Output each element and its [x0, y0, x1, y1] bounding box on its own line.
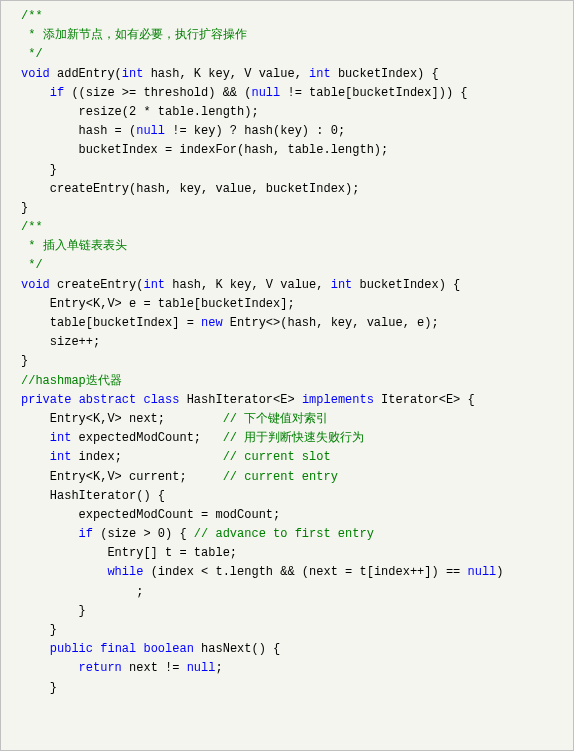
code-text: bucketIndex) { — [331, 67, 439, 81]
code-line: expectedModCount = modCount; — [21, 506, 553, 525]
comment-text: /** — [21, 220, 43, 234]
comment-text: //hashmap迭代器 — [21, 374, 122, 388]
code-line: size++; — [21, 333, 553, 352]
code-line: hash = (null != key) ? hash(key) : 0; — [21, 122, 553, 141]
code-text: hash = ( — [21, 124, 136, 138]
comment-text: */ — [21, 258, 43, 272]
code-text — [21, 527, 79, 541]
code-line: private abstract class HashIterator<E> i… — [21, 391, 553, 410]
code-line: if ((size >= threshold) && (null != tabl… — [21, 84, 553, 103]
keyword: if — [50, 86, 64, 100]
code-text: expectedModCount = modCount; — [21, 508, 280, 522]
code-text: addEntry( — [50, 67, 122, 81]
code-text: expectedModCount; — [71, 431, 222, 445]
code-text: resize( — [21, 105, 129, 119]
keyword: int — [143, 278, 165, 292]
code-text: hasNext() { — [194, 642, 280, 656]
code-line: Entry<K,V> e = table[bucketIndex]; — [21, 295, 553, 314]
comment-text: // 用于判断快速失败行为 — [223, 431, 365, 445]
code-text: * table.length); — [136, 105, 258, 119]
comment-text: // advance to first entry — [194, 527, 374, 541]
code-text — [21, 661, 79, 675]
code-text: table[bucketIndex] = — [21, 316, 201, 330]
keyword: while — [107, 565, 143, 579]
keyword: null — [187, 661, 216, 675]
code-line: HashIterator() { — [21, 487, 553, 506]
code-text: ) — [496, 565, 503, 579]
code-text: createEntry( — [50, 278, 144, 292]
keyword: implements — [302, 393, 374, 407]
keyword: void — [21, 278, 50, 292]
code-text: createEntry(hash, key, value, bucketInde… — [21, 182, 359, 196]
code-line: return next != null; — [21, 659, 553, 678]
code-line: } — [21, 352, 553, 371]
code-text: } — [21, 163, 57, 177]
code-line: table[bucketIndex] = new Entry<>(hash, k… — [21, 314, 553, 333]
keyword: abstract — [79, 393, 137, 407]
code-line: } — [21, 199, 553, 218]
keyword: null — [136, 124, 165, 138]
code-text: next != — [122, 661, 187, 675]
code-text: (index < t.length && (next = t[index++])… — [143, 565, 467, 579]
code-text — [21, 450, 50, 464]
keyword: int — [309, 67, 331, 81]
code-text: ((size >= threshold) && ( — [64, 86, 251, 100]
comment-text: * 添加新节点，如有必要，执行扩容操作 — [21, 28, 247, 42]
code-line: while (index < t.length && (next = t[ind… — [21, 563, 553, 582]
code-line: resize(2 * table.length); — [21, 103, 553, 122]
code-text — [71, 393, 78, 407]
code-line: public final boolean hasNext() { — [21, 640, 553, 659]
code-text: index; — [71, 450, 222, 464]
code-text: Entry<>(hash, key, value, e); — [223, 316, 439, 330]
code-text: ; — [21, 585, 143, 599]
code-line: createEntry(hash, key, value, bucketInde… — [21, 180, 553, 199]
code-text: hash, K key, V value, — [143, 67, 309, 81]
comment-text: */ — [21, 47, 43, 61]
keyword: class — [143, 393, 179, 407]
code-text: HashIterator() { — [21, 489, 165, 503]
code-line: void addEntry(int hash, K key, V value, … — [21, 65, 553, 84]
keyword: null — [468, 565, 497, 579]
code-line: if (size > 0) { // advance to first entr… — [21, 525, 553, 544]
code-text: Entry[] t = table; — [21, 546, 237, 560]
code-text: != table[bucketIndex])) { — [280, 86, 467, 100]
code-text: HashIterator<E> — [179, 393, 301, 407]
keyword: return — [79, 661, 122, 675]
code-text: } — [21, 604, 86, 618]
code-text: hash, K key, V value, — [165, 278, 331, 292]
code-text: (size > — [93, 527, 158, 541]
code-text: } — [21, 681, 57, 695]
code-line: * 插入单链表表头 — [21, 237, 553, 256]
keyword: int — [331, 278, 353, 292]
code-line: ; — [21, 583, 553, 602]
code-line: void createEntry(int hash, K key, V valu… — [21, 276, 553, 295]
code-text: size++; — [21, 335, 100, 349]
keyword: public — [50, 642, 93, 656]
comment-text: // current entry — [223, 470, 338, 484]
comment-text: * 插入单链表表头 — [21, 239, 127, 253]
code-text: != key) ? hash(key) : — [165, 124, 331, 138]
code-text: Iterator<E> { — [374, 393, 475, 407]
code-line: * 添加新节点，如有必要，执行扩容操作 — [21, 26, 553, 45]
code-text: ; — [215, 661, 222, 675]
code-line: } — [21, 621, 553, 640]
code-text: } — [21, 201, 28, 215]
comment-text: // current slot — [223, 450, 331, 464]
keyword: int — [50, 450, 72, 464]
code-line: Entry<K,V> current; // current entry — [21, 468, 553, 487]
code-line: */ — [21, 256, 553, 275]
code-text: Entry<K,V> e = table[bucketIndex]; — [21, 297, 295, 311]
code-text: 0 — [331, 124, 338, 138]
keyword: boolean — [143, 642, 193, 656]
code-text — [21, 86, 50, 100]
keyword: final — [100, 642, 136, 656]
code-text: 0 — [158, 527, 165, 541]
code-text: ) { — [165, 527, 194, 541]
code-text — [21, 642, 50, 656]
code-text — [21, 431, 50, 445]
comment-text: // 下个键值对索引 — [223, 412, 329, 426]
code-line: } — [21, 679, 553, 698]
code-line: */ — [21, 45, 553, 64]
code-line: } — [21, 602, 553, 621]
code-line: int index; // current slot — [21, 448, 553, 467]
